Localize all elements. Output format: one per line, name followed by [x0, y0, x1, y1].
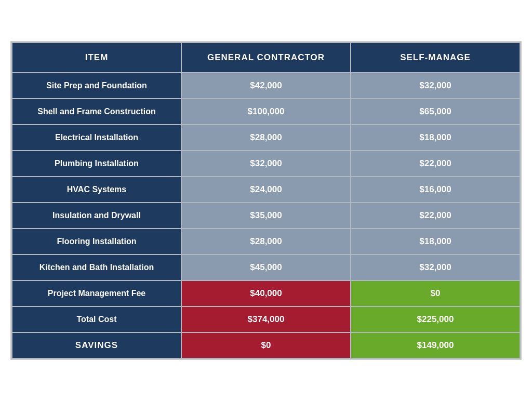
row-gc-value: $42,000: [181, 73, 351, 99]
row-item-label: Shell and Frame Construction: [12, 99, 181, 125]
table-row: Flooring Installation$28,000$18,000: [12, 229, 520, 255]
table-row: Total Cost$374,000$225,000: [12, 306, 520, 332]
table-row: Shell and Frame Construction$100,000$65,…: [12, 99, 520, 125]
row-gc-value: $32,000: [181, 151, 351, 177]
row-item-label: Total Cost: [12, 306, 181, 332]
row-gc-value: $100,000: [181, 99, 351, 125]
table-row: Site Prep and Foundation$42,000$32,000: [12, 73, 520, 99]
table-row: Electrical Installation$28,000$18,000: [12, 125, 520, 151]
row-item-label: Insulation and Drywall: [12, 203, 181, 229]
table-row: HVAC Systems$24,000$16,000: [12, 177, 520, 203]
table-row: SAVINGS$0$149,000: [12, 332, 520, 358]
row-sm-value: $16,000: [351, 177, 520, 203]
row-sm-value: $0: [351, 280, 520, 306]
row-gc-value: $35,000: [181, 203, 351, 229]
header-sm: SELF-MANAGE: [351, 43, 520, 73]
row-gc-value: $45,000: [181, 255, 351, 280]
table-header-row: ITEM GENERAL CONTRACTOR SELF-MANAGE: [12, 43, 520, 73]
table-row: Plumbing Installation$32,000$22,000: [12, 151, 520, 177]
row-item-label: Site Prep and Foundation: [12, 73, 181, 99]
row-sm-value: $225,000: [351, 306, 520, 332]
header-gc: GENERAL CONTRACTOR: [181, 43, 351, 73]
row-sm-value: $22,000: [351, 151, 520, 177]
table-row: Kitchen and Bath Installation$45,000$32,…: [12, 255, 520, 280]
comparison-table: ITEM GENERAL CONTRACTOR SELF-MANAGE Site…: [10, 41, 522, 360]
row-gc-value: $374,000: [181, 306, 351, 332]
row-gc-value: $40,000: [181, 280, 351, 306]
row-sm-value: $18,000: [351, 125, 520, 151]
row-gc-value: $28,000: [181, 229, 351, 255]
row-item-label: Flooring Installation: [12, 229, 181, 255]
row-item-label: SAVINGS: [12, 332, 181, 358]
row-gc-value: $28,000: [181, 125, 351, 151]
row-item-label: HVAC Systems: [12, 177, 181, 203]
row-sm-value: $32,000: [351, 255, 520, 280]
row-item-label: Plumbing Installation: [12, 151, 181, 177]
row-sm-value: $18,000: [351, 229, 520, 255]
row-item-label: Kitchen and Bath Installation: [12, 255, 181, 280]
row-sm-value: $65,000: [351, 99, 520, 125]
header-item: ITEM: [12, 43, 181, 73]
row-sm-value: $22,000: [351, 203, 520, 229]
row-item-label: Project Management Fee: [12, 280, 181, 306]
row-item-label: Electrical Installation: [12, 125, 181, 151]
row-sm-value: $32,000: [351, 73, 520, 99]
row-gc-value: $24,000: [181, 177, 351, 203]
row-gc-value: $0: [181, 332, 351, 358]
table-row: Project Management Fee$40,000$0: [12, 280, 520, 306]
table-row: Insulation and Drywall$35,000$22,000: [12, 203, 520, 229]
row-sm-value: $149,000: [351, 332, 520, 358]
